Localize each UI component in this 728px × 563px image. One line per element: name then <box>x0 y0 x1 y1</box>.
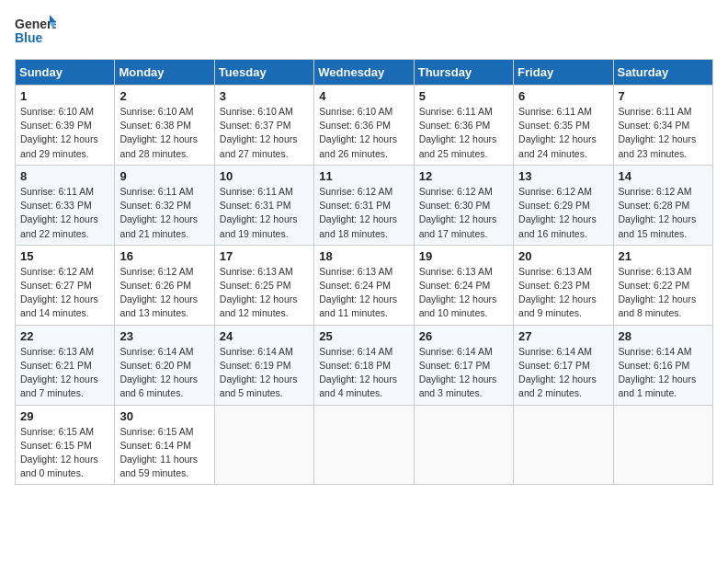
day-number: 5 <box>419 89 508 103</box>
day-info: Sunrise: 6:13 AMSunset: 6:25 PMDaylight:… <box>220 265 309 321</box>
day-info: Sunrise: 6:11 AMSunset: 6:34 PMDaylight:… <box>619 105 708 161</box>
day-of-week-header: Wednesday <box>314 60 414 86</box>
day-number: 30 <box>119 409 209 423</box>
calendar-cell: 4Sunrise: 6:10 AMSunset: 6:36 PMDaylight… <box>314 86 414 166</box>
calendar-cell: 11Sunrise: 6:12 AMSunset: 6:31 PMDayligh… <box>314 165 414 245</box>
calendar-cell: 15Sunrise: 6:12 AMSunset: 6:27 PMDayligh… <box>16 245 115 325</box>
calendar-cell <box>214 405 313 485</box>
calendar-cell: 19Sunrise: 6:13 AMSunset: 6:24 PMDayligh… <box>414 245 513 325</box>
day-info: Sunrise: 6:14 AMSunset: 6:19 PMDaylight:… <box>220 345 309 401</box>
calendar-cell: 29Sunrise: 6:15 AMSunset: 6:15 PMDayligh… <box>16 405 115 485</box>
calendar-cell <box>514 405 613 485</box>
svg-text:Blue: Blue <box>15 30 43 45</box>
calendar-cell: 8Sunrise: 6:11 AMSunset: 6:33 PMDaylight… <box>16 165 115 245</box>
calendar-cell: 20Sunrise: 6:13 AMSunset: 6:23 PMDayligh… <box>514 245 613 325</box>
calendar-cell: 9Sunrise: 6:11 AMSunset: 6:32 PMDaylight… <box>115 165 214 245</box>
day-info: Sunrise: 6:10 AMSunset: 6:37 PMDaylight:… <box>220 105 309 161</box>
calendar-week-row: 1Sunrise: 6:10 AMSunset: 6:39 PMDaylight… <box>16 86 713 166</box>
calendar-cell: 28Sunrise: 6:14 AMSunset: 6:16 PMDayligh… <box>613 325 712 405</box>
calendar-cell: 27Sunrise: 6:14 AMSunset: 6:17 PMDayligh… <box>514 325 613 405</box>
calendar-cell: 16Sunrise: 6:12 AMSunset: 6:26 PMDayligh… <box>115 245 214 325</box>
day-number: 8 <box>20 169 109 183</box>
calendar-cell: 24Sunrise: 6:14 AMSunset: 6:19 PMDayligh… <box>214 325 313 405</box>
day-number: 29 <box>20 409 109 423</box>
calendar-cell <box>613 405 712 485</box>
day-info: Sunrise: 6:12 AMSunset: 6:26 PMDaylight:… <box>119 265 209 321</box>
day-of-week-header: Thursday <box>414 60 513 86</box>
calendar-week-row: 29Sunrise: 6:15 AMSunset: 6:15 PMDayligh… <box>16 405 713 485</box>
day-number: 10 <box>220 169 309 183</box>
calendar-cell: 23Sunrise: 6:14 AMSunset: 6:20 PMDayligh… <box>115 325 214 405</box>
calendar-cell: 1Sunrise: 6:10 AMSunset: 6:39 PMDaylight… <box>16 86 115 166</box>
day-of-week-header: Sunday <box>16 60 115 86</box>
day-number: 17 <box>220 249 309 263</box>
calendar-cell: 7Sunrise: 6:11 AMSunset: 6:34 PMDaylight… <box>613 86 712 166</box>
day-number: 3 <box>220 89 309 103</box>
day-info: Sunrise: 6:11 AMSunset: 6:35 PMDaylight:… <box>518 105 608 161</box>
calendar-cell: 12Sunrise: 6:12 AMSunset: 6:30 PMDayligh… <box>414 165 513 245</box>
calendar-table: SundayMondayTuesdayWednesdayThursdayFrid… <box>15 59 713 485</box>
day-info: Sunrise: 6:14 AMSunset: 6:17 PMDaylight:… <box>419 345 508 401</box>
day-number: 25 <box>319 329 408 343</box>
day-info: Sunrise: 6:14 AMSunset: 6:18 PMDaylight:… <box>319 345 408 401</box>
day-number: 21 <box>619 249 708 263</box>
day-info: Sunrise: 6:11 AMSunset: 6:31 PMDaylight:… <box>220 185 309 241</box>
calendar-header-row: SundayMondayTuesdayWednesdayThursdayFrid… <box>16 60 713 86</box>
day-number: 11 <box>319 169 408 183</box>
day-info: Sunrise: 6:14 AMSunset: 6:17 PMDaylight:… <box>518 345 608 401</box>
day-info: Sunrise: 6:14 AMSunset: 6:20 PMDaylight:… <box>119 345 209 401</box>
day-info: Sunrise: 6:11 AMSunset: 6:32 PMDaylight:… <box>119 185 209 241</box>
day-number: 2 <box>119 89 209 103</box>
day-info: Sunrise: 6:13 AMSunset: 6:23 PMDaylight:… <box>518 265 608 321</box>
day-info: Sunrise: 6:12 AMSunset: 6:27 PMDaylight:… <box>20 265 109 321</box>
day-number: 4 <box>319 89 408 103</box>
day-info: Sunrise: 6:13 AMSunset: 6:24 PMDaylight:… <box>319 265 408 321</box>
day-of-week-header: Tuesday <box>214 60 313 86</box>
day-info: Sunrise: 6:12 AMSunset: 6:28 PMDaylight:… <box>619 185 708 241</box>
day-info: Sunrise: 6:14 AMSunset: 6:16 PMDaylight:… <box>619 345 708 401</box>
day-of-week-header: Saturday <box>613 60 712 86</box>
day-number: 15 <box>20 249 109 263</box>
day-number: 9 <box>119 169 209 183</box>
day-info: Sunrise: 6:13 AMSunset: 6:22 PMDaylight:… <box>619 265 708 321</box>
day-info: Sunrise: 6:10 AMSunset: 6:39 PMDaylight:… <box>20 105 109 161</box>
day-number: 7 <box>619 89 708 103</box>
day-info: Sunrise: 6:12 AMSunset: 6:29 PMDaylight:… <box>518 185 608 241</box>
day-number: 23 <box>119 329 209 343</box>
day-number: 28 <box>619 329 708 343</box>
day-number: 27 <box>518 329 608 343</box>
calendar-cell: 26Sunrise: 6:14 AMSunset: 6:17 PMDayligh… <box>414 325 513 405</box>
calendar-cell: 3Sunrise: 6:10 AMSunset: 6:37 PMDaylight… <box>214 86 313 166</box>
day-number: 18 <box>319 249 408 263</box>
day-info: Sunrise: 6:13 AMSunset: 6:24 PMDaylight:… <box>419 265 508 321</box>
day-info: Sunrise: 6:11 AMSunset: 6:33 PMDaylight:… <box>20 185 109 241</box>
day-number: 13 <box>518 169 608 183</box>
day-number: 20 <box>518 249 608 263</box>
calendar-cell: 30Sunrise: 6:15 AMSunset: 6:14 PMDayligh… <box>115 405 214 485</box>
day-number: 1 <box>20 89 109 103</box>
calendar-cell: 21Sunrise: 6:13 AMSunset: 6:22 PMDayligh… <box>613 245 712 325</box>
day-number: 16 <box>119 249 209 263</box>
day-number: 22 <box>20 329 109 343</box>
logo: General Blue <box>15 15 56 48</box>
calendar-cell <box>414 405 513 485</box>
day-number: 19 <box>419 249 508 263</box>
day-number: 14 <box>619 169 708 183</box>
calendar-week-row: 22Sunrise: 6:13 AMSunset: 6:21 PMDayligh… <box>16 325 713 405</box>
calendar-cell: 18Sunrise: 6:13 AMSunset: 6:24 PMDayligh… <box>314 245 414 325</box>
day-info: Sunrise: 6:12 AMSunset: 6:30 PMDaylight:… <box>419 185 508 241</box>
day-info: Sunrise: 6:12 AMSunset: 6:31 PMDaylight:… <box>319 185 408 241</box>
page-header: General Blue <box>15 15 713 48</box>
calendar-cell: 6Sunrise: 6:11 AMSunset: 6:35 PMDaylight… <box>514 86 613 166</box>
calendar-cell: 22Sunrise: 6:13 AMSunset: 6:21 PMDayligh… <box>16 325 115 405</box>
day-number: 26 <box>419 329 508 343</box>
day-info: Sunrise: 6:15 AMSunset: 6:14 PMDaylight:… <box>119 425 209 481</box>
calendar-week-row: 8Sunrise: 6:11 AMSunset: 6:33 PMDaylight… <box>16 165 713 245</box>
calendar-cell: 17Sunrise: 6:13 AMSunset: 6:25 PMDayligh… <box>214 245 313 325</box>
day-number: 6 <box>518 89 608 103</box>
day-info: Sunrise: 6:15 AMSunset: 6:15 PMDaylight:… <box>20 425 109 481</box>
calendar-cell: 10Sunrise: 6:11 AMSunset: 6:31 PMDayligh… <box>214 165 313 245</box>
logo-svg: General Blue <box>15 15 56 48</box>
calendar-cell <box>314 405 414 485</box>
calendar-cell: 2Sunrise: 6:10 AMSunset: 6:38 PMDaylight… <box>115 86 214 166</box>
